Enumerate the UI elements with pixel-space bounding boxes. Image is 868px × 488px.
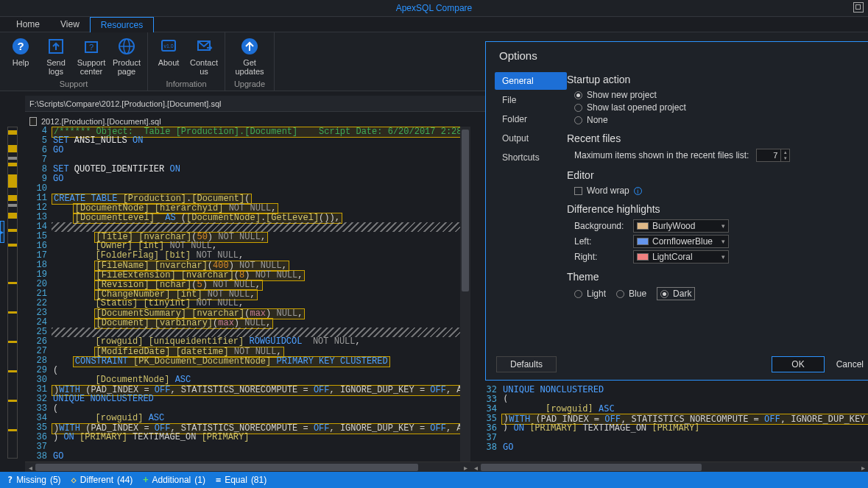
radio-icon	[616, 290, 624, 298]
status-equal[interactable]: = Equal (81)	[216, 475, 267, 485]
radio-icon	[574, 91, 582, 99]
update-icon	[240, 37, 259, 56]
ribbon-group-upgrade-label: Upgrade	[228, 79, 271, 91]
recent-heading: Recent files	[567, 132, 861, 144]
left-code[interactable]: /****** Object: Table [Production].[Docu…	[52, 127, 460, 462]
theme-blue[interactable]: Blue	[616, 287, 646, 300]
wordwrap-checkbox[interactable]: Word wrap i	[574, 185, 861, 196]
send-logs-button[interactable]: Send logs	[38, 35, 74, 76]
diff-right-row: Right: LightCoral ▾	[574, 250, 861, 264]
startup-heading: Startup action	[567, 74, 861, 85]
right-code-area[interactable]: 32333435363738 UNIQUE NONCLUSTERED( [row…	[470, 385, 868, 462]
diff-overview-gutter[interactable]	[0, 127, 25, 472]
hscroll-left-arrow[interactable]: ◂	[25, 462, 35, 473]
hscroll-right-arrow[interactable]: ▸	[460, 462, 470, 473]
diff-background-select[interactable]: BurlyWood ▾	[633, 219, 729, 233]
ribbon-group-support-label: Support	[3, 79, 144, 91]
svg-text:v1.0: v1.0	[163, 43, 173, 49]
radio-none[interactable]: None	[574, 115, 861, 125]
right-code[interactable]: UNIQUE NONCLUSTERED( [rowguid] ASC)WITH …	[501, 385, 868, 462]
missing-icon: ?	[7, 475, 13, 485]
editor-heading: Editor	[567, 169, 861, 181]
send-logs-icon	[46, 37, 66, 56]
recent-max-value[interactable]	[757, 151, 780, 160]
ribbon-group-info-label: Information	[151, 79, 222, 91]
theme-heading: Theme	[567, 271, 861, 283]
recent-max-input[interactable]: ▴▾	[756, 149, 790, 162]
svg-text:?: ?	[17, 40, 24, 52]
diff-background-label: Background:	[574, 221, 633, 231]
color-swatch	[637, 222, 649, 230]
theme-dark[interactable]: Dark	[657, 287, 695, 300]
panel-expand-handle[interactable]: ▸	[0, 221, 4, 243]
about-icon: v1.0	[159, 37, 178, 56]
options-nav: General File Folder Output Shortcuts	[486, 68, 567, 356]
app-title: ApexSQL Compare	[396, 3, 473, 13]
menu-resources[interactable]: Resources	[90, 17, 154, 32]
support-center-button[interactable]: ? Support center	[74, 35, 109, 76]
checkbox-icon	[574, 187, 582, 195]
radio-show-last[interactable]: Show last opened project	[574, 102, 861, 113]
options-nav-general[interactable]: General	[495, 72, 567, 90]
file-icon	[29, 117, 37, 126]
support-center-icon: ?	[82, 37, 101, 56]
contact-icon	[194, 37, 214, 56]
diff-left-select[interactable]: CornflowerBlue ▾	[633, 235, 729, 248]
status-missing[interactable]: ? Missing (5)	[7, 475, 61, 485]
dropdown-arrow-icon: ▾	[721, 253, 725, 261]
diff-right-label: Right:	[574, 252, 633, 262]
cancel-button[interactable]: Cancel	[832, 357, 868, 372]
recent-max-label: Maximum items shown in the recent files …	[574, 150, 749, 160]
diff-heading: Difference highlights	[567, 203, 861, 215]
left-code-area[interactable]: 4567891011121314151617181920212223242526…	[25, 127, 470, 462]
left-hscroll[interactable]: ◂ ▸	[25, 462, 470, 472]
left-vscroll[interactable]	[460, 127, 470, 462]
defaults-button[interactable]: Defaults	[496, 356, 557, 372]
diff-left-label: Left:	[574, 236, 633, 247]
options-nav-file[interactable]: File	[495, 91, 567, 109]
diff-background-row: Background: BurlyWood ▾	[574, 219, 861, 233]
restore-window-icon[interactable]	[853, 2, 864, 13]
spin-down-icon[interactable]: ▾	[780, 155, 789, 161]
different-icon: ◇	[71, 475, 77, 485]
product-page-button[interactable]: Product page	[109, 35, 144, 76]
get-updates-label: Get updates	[228, 58, 271, 76]
menu-home[interactable]: Home	[6, 17, 50, 32]
info-icon[interactable]: i	[634, 187, 642, 195]
options-nav-output[interactable]: Output	[495, 130, 567, 147]
ribbon-group-upgrade: Get updates Upgrade	[225, 32, 275, 91]
hscroll-right-arrow[interactable]: ▸	[858, 462, 868, 473]
radio-icon	[574, 116, 582, 124]
equal-icon: =	[216, 475, 221, 485]
dropdown-arrow-icon: ▾	[721, 238, 725, 245]
options-nav-shortcuts[interactable]: Shortcuts	[495, 149, 567, 166]
about-label: About	[151, 58, 186, 67]
hscroll-left-arrow[interactable]: ◂	[470, 462, 481, 473]
right-hscroll[interactable]: ◂ ▸	[470, 462, 868, 472]
diff-right-select[interactable]: LightCoral ▾	[633, 250, 729, 264]
help-icon: ?	[11, 37, 30, 56]
status-additional[interactable]: + Additional (1)	[143, 475, 205, 485]
additional-icon: +	[143, 475, 148, 485]
diff-left-row: Left: CornflowerBlue ▾	[574, 235, 861, 248]
recent-max-row: Maximum items shown in the recent files …	[574, 149, 861, 162]
radio-show-new[interactable]: Show new project	[574, 90, 861, 100]
options-nav-folder[interactable]: Folder	[495, 110, 567, 128]
product-page-label: Product page	[109, 58, 144, 76]
theme-light[interactable]: Light	[574, 287, 606, 300]
dropdown-arrow-icon: ▾	[721, 222, 725, 230]
contact-us-button[interactable]: Contact us	[186, 35, 222, 76]
about-button[interactable]: v1.0 About	[151, 35, 186, 76]
spin-up-icon[interactable]: ▴	[780, 149, 789, 155]
help-button[interactable]: ? Help	[3, 35, 38, 76]
right-line-numbers: 32333435363738	[470, 385, 501, 462]
menu-view[interactable]: View	[50, 17, 90, 32]
status-different[interactable]: ◇ Different (44)	[71, 475, 133, 485]
color-swatch	[637, 253, 649, 261]
document-tab-label: 2012.[Production].[Document].sql	[41, 117, 161, 126]
get-updates-button[interactable]: Get updates	[228, 35, 271, 76]
radio-icon	[574, 104, 582, 112]
ok-button[interactable]: OK	[772, 356, 824, 372]
diff-overview-strip	[7, 127, 18, 459]
color-swatch	[637, 238, 649, 245]
